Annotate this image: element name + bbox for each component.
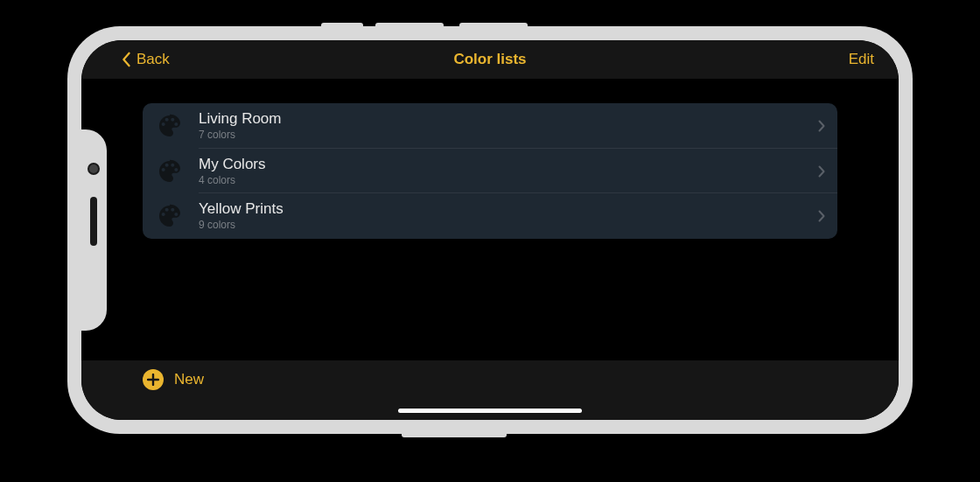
item-text: Living Room 7 colors (199, 109, 818, 143)
camera-icon (88, 163, 100, 175)
palette-icon (155, 111, 185, 141)
color-lists-group: Living Room 7 colors My Colors (143, 103, 837, 239)
palette-icon (155, 201, 185, 231)
item-title: Living Room (199, 109, 818, 129)
page-title: Color lists (453, 51, 526, 68)
item-title: Yellow Prints (199, 199, 818, 219)
screen: Back Color lists Edit Living Room 7 colo… (81, 40, 899, 420)
navigation-bar: Back Color lists Edit (81, 40, 899, 79)
back-button[interactable]: Back (121, 51, 170, 68)
speaker-icon (90, 197, 97, 246)
item-text: My Colors 4 colors (199, 155, 818, 188)
device-side-button (375, 23, 444, 26)
new-label: New (174, 371, 204, 388)
device-side-button (459, 23, 528, 26)
chevron-right-icon (818, 165, 825, 178)
list-item-yellow-prints[interactable]: Yellow Prints 9 colors (143, 193, 837, 239)
home-indicator[interactable] (398, 409, 582, 413)
item-text: Yellow Prints 9 colors (199, 199, 818, 233)
device-side-button (402, 434, 507, 437)
item-subtitle: 7 colors (199, 129, 818, 143)
item-subtitle: 4 colors (199, 174, 818, 188)
chevron-right-icon (818, 120, 825, 132)
plus-circle-icon (143, 369, 164, 390)
palette-icon (155, 157, 185, 186)
chevron-right-icon (818, 210, 825, 222)
list-item-living-room[interactable]: Living Room 7 colors (143, 103, 837, 149)
back-label: Back (136, 51, 170, 68)
list-item-my-colors[interactable]: My Colors 4 colors (143, 149, 837, 194)
device-side-button (321, 23, 363, 26)
new-list-button[interactable]: New (143, 369, 204, 390)
device-notch (81, 129, 107, 331)
content-area: Living Room 7 colors My Colors (81, 79, 899, 360)
item-title: My Colors (199, 155, 818, 174)
chevron-left-icon (121, 52, 131, 67)
device-frame: Back Color lists Edit Living Room 7 colo… (67, 26, 913, 434)
item-subtitle: 9 colors (199, 219, 818, 233)
edit-button[interactable]: Edit (849, 51, 874, 68)
